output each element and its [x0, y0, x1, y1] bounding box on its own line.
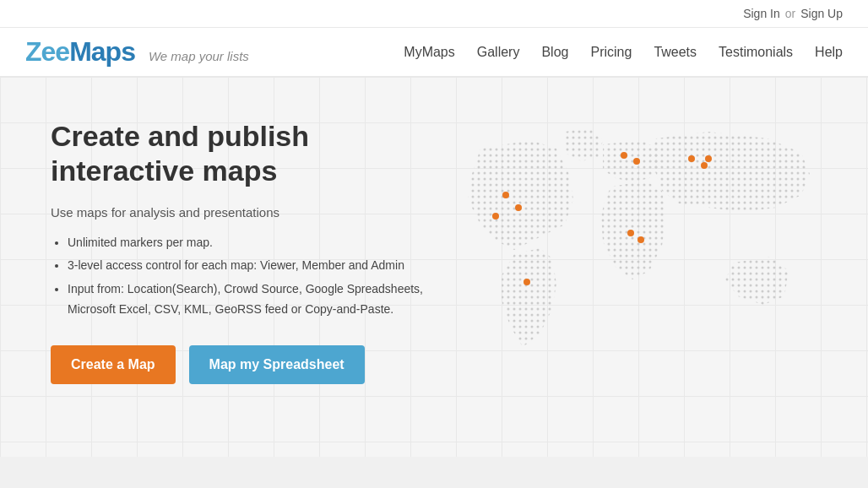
signup-link[interactable]: Sign Up: [800, 7, 843, 20]
hero-title: Create and publish interactive maps: [51, 119, 439, 188]
svg-point-14: [701, 162, 708, 169]
logo-maps: Maps: [69, 36, 135, 67]
list-item: Input from: Location(Search), Crowd Sour…: [68, 279, 439, 320]
or-separator: or: [785, 7, 795, 20]
signin-link[interactable]: Sign In: [743, 7, 780, 20]
logo[interactable]: ZeeMaps: [25, 36, 135, 68]
hero-subtitle: Use maps for analysis and presentations: [51, 205, 439, 220]
svg-point-9: [515, 204, 522, 211]
hero-list: Unlimited markers per map. 3-level acces…: [51, 233, 439, 320]
svg-point-15: [705, 155, 712, 162]
world-map: [447, 123, 818, 377]
svg-point-17: [637, 236, 644, 243]
tagline: We map your lists: [149, 49, 249, 63]
list-item: 3-level access control for each map: Vie…: [68, 256, 439, 276]
main-nav: MyMaps Gallery Blog Pricing Tweets Testi…: [404, 45, 843, 60]
nav-gallery[interactable]: Gallery: [477, 45, 520, 60]
svg-point-10: [492, 213, 499, 220]
map-area: [439, 111, 826, 389]
create-map-button[interactable]: Create a Map: [51, 345, 176, 384]
hero-section: Create and publish interactive maps Use …: [0, 77, 868, 457]
world-map-svg: [447, 123, 818, 377]
top-bar: Sign In or Sign Up: [0, 0, 868, 28]
svg-point-16: [627, 230, 634, 236]
cta-buttons: Create a Map Map my Spreadsheet: [51, 345, 439, 384]
svg-point-8: [502, 192, 509, 198]
logo-zee: Zee: [25, 36, 69, 67]
header: ZeeMaps We map your lists MyMaps Gallery…: [0, 28, 868, 77]
logo-area: ZeeMaps We map your lists: [25, 36, 249, 68]
svg-point-18: [524, 279, 530, 285]
hero-content: Create and publish interactive maps Use …: [0, 77, 868, 457]
svg-point-13: [688, 155, 695, 162]
nav-mymaps[interactable]: MyMaps: [404, 45, 454, 60]
nav-tweets[interactable]: Tweets: [654, 45, 697, 60]
map-spreadsheet-button[interactable]: Map my Spreadsheet: [189, 345, 365, 384]
svg-point-11: [621, 152, 627, 159]
nav-testimonials[interactable]: Testimonials: [719, 45, 793, 60]
nav-help[interactable]: Help: [815, 45, 843, 60]
hero-text: Create and publish interactive maps Use …: [51, 111, 439, 384]
list-item: Unlimited markers per map.: [68, 233, 439, 253]
nav-blog[interactable]: Blog: [541, 45, 568, 60]
svg-point-12: [633, 158, 640, 165]
nav-pricing[interactable]: Pricing: [590, 45, 632, 60]
